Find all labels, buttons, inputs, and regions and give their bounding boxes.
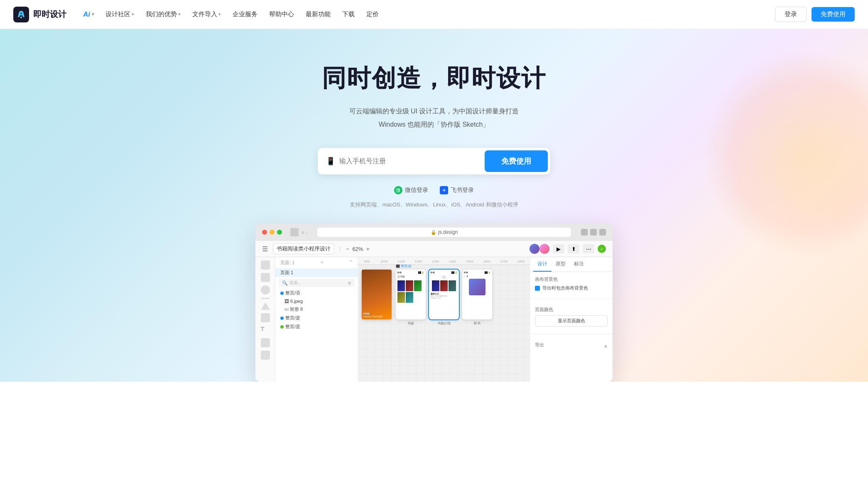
layer-item-4[interactable]: 整页/是: [275, 322, 358, 331]
toolbar-share-button[interactable]: ⬆: [568, 244, 579, 253]
detail-book-1: [432, 280, 439, 291]
zoom-control[interactable]: − 62% +: [346, 246, 369, 252]
mobile-time-3: 9:41: [464, 271, 468, 274]
tab-design[interactable]: 设计: [533, 257, 552, 272]
ellipse-icon[interactable]: [261, 285, 270, 294]
feishu-login-button[interactable]: ✈ 飞书登录: [440, 186, 474, 194]
nav-item-download[interactable]: 下载: [337, 8, 360, 21]
nav-item-import[interactable]: 文件导入 ▾: [187, 8, 226, 21]
hero-subtitle-line1: 可云端编辑的专业级 UI 设计工具，为中国设计师量身打造: [349, 108, 519, 115]
wechat-login-label: 微信登录: [405, 187, 428, 194]
mobile-frames-row: 9:41 ▉▊🔋 云书架: [396, 270, 492, 319]
mobile-content-1: 云书架: [397, 275, 424, 303]
layers-search[interactable]: 🔍 搜索... ⚙: [279, 279, 355, 287]
nav-enterprise-label: 企业服务: [233, 10, 257, 18]
left-sidebar: T: [255, 257, 275, 382]
image-icon[interactable]: [261, 338, 270, 347]
tab-annotation[interactable]: 标注: [570, 257, 588, 272]
search-placeholder: 搜索...: [289, 280, 301, 286]
layer-dot-icon: [280, 292, 284, 295]
share-icon[interactable]: [581, 229, 588, 236]
logo-text: 即时设计: [33, 9, 66, 20]
page-item-1[interactable]: 页面 1: [275, 268, 358, 277]
mobile-frame-2[interactable]: 9:41 ▉▊🔋 🔍: [429, 270, 459, 319]
ruler-tick-900: 900: [358, 260, 375, 263]
wechat-login-button[interactable]: 微 微信登录: [394, 186, 428, 194]
forward-icon[interactable]: ›: [306, 229, 308, 236]
status-badge: ✓: [598, 245, 606, 253]
canvas-ruler: 900 1000 1100 1200 1300 1400 1500 1600 1…: [358, 257, 530, 265]
url-bar[interactable]: 🔒 js.design: [317, 228, 571, 237]
project-name[interactable]: 书籍阅读类小程序设计: [273, 243, 334, 254]
export-add-icon[interactable]: +: [604, 343, 608, 350]
canvas-frame-1: FIRE WHERE A WONDER: [362, 270, 392, 377]
logo-area[interactable]: 即时设计: [13, 7, 66, 22]
mobile-detail-books: [431, 280, 457, 291]
triangle-icon[interactable]: [261, 302, 270, 310]
nav-item-enterprise[interactable]: 企业服务: [228, 8, 262, 21]
zoom-out-icon[interactable]: −: [346, 246, 349, 252]
app-titlebar: ‹ › 🔒 js.design: [255, 223, 613, 241]
checkbox-icon[interactable]: [535, 286, 540, 291]
detail-book-2: [440, 280, 448, 291]
add-page-icon[interactable]: +: [321, 260, 323, 266]
layer-item-1[interactable]: 🖼 6.jpeg: [275, 297, 358, 305]
add-tab-icon[interactable]: [590, 229, 597, 236]
page-label-top: ⬛ 整页/是: [396, 265, 412, 268]
hero-title: 同时创造，即时设计: [322, 62, 546, 95]
free-use-button[interactable]: 免费使用: [812, 7, 855, 22]
advantages-chevron-icon: ▾: [178, 12, 181, 17]
page-color-button[interactable]: 显示页面颜色: [535, 315, 608, 326]
tab-list-icon[interactable]: [599, 229, 606, 236]
book-extra: 长篇科幻小说: [431, 297, 457, 299]
titlebar-actions: [581, 229, 606, 236]
frame-icon[interactable]: [261, 273, 270, 282]
maximize-button[interactable]: [277, 230, 282, 235]
line-icon[interactable]: [261, 298, 270, 299]
hamburger-icon[interactable]: ☰: [262, 245, 268, 253]
sidebar-toggle-icon[interactable]: [290, 228, 299, 236]
expand-icon[interactable]: ⌃: [349, 260, 353, 266]
nav-item-pricing[interactable]: 定价: [361, 8, 384, 21]
toolbar-more-button[interactable]: ⋯: [583, 244, 594, 253]
layer-item-2[interactable]: ▭ 矩形 8: [275, 305, 358, 314]
layer-item-3[interactable]: 整页/是: [275, 314, 358, 322]
url-text: js.design: [438, 229, 458, 235]
book-poster: FIRE WHERE A WONDER: [362, 270, 392, 319]
nav-features-label: 最新功能: [306, 10, 331, 18]
phone-icon: 📱: [326, 157, 335, 166]
nav-right: 登录 免费使用: [775, 7, 855, 22]
titlebar-nav: ‹ ›: [302, 229, 307, 236]
text-icon[interactable]: T: [261, 326, 270, 335]
zoom-in-icon[interactable]: +: [366, 246, 370, 252]
back-icon[interactable]: ‹: [302, 229, 304, 236]
cursor-icon[interactable]: [261, 260, 270, 270]
book-thumb-4: [397, 292, 405, 303]
phone-input[interactable]: [339, 157, 485, 165]
nav-item-community[interactable]: 设计社区 ▾: [101, 8, 139, 21]
tab-prototype[interactable]: 原型: [552, 257, 570, 272]
nav-item-help[interactable]: 帮助中心: [264, 8, 299, 21]
hero-platforms: 支持网页端、macOS、Windows、Linux、iOS、Android 和微…: [350, 201, 518, 209]
book-thumb-3: [414, 280, 422, 291]
nav-pricing-label: 定价: [366, 10, 379, 18]
poster-subtitle: WHERE A WONDER: [363, 315, 390, 318]
nav-item-features[interactable]: 最新功能: [301, 8, 336, 21]
layer-item-0[interactable]: 整页/否: [275, 289, 358, 297]
nav-item-ai[interactable]: Ai ▾: [78, 8, 99, 21]
layers-header: 页面: 1 + ⌃: [275, 257, 358, 268]
detail-book-3: [449, 280, 456, 291]
hero-cta-button[interactable]: 免费使用: [485, 150, 548, 172]
frame-labels: 书架 书籍介绍 听书: [396, 321, 492, 326]
toolbar-play-button[interactable]: ▶: [553, 244, 564, 253]
layer-dot-3-icon: [280, 317, 284, 320]
nav-item-advantages[interactable]: 我们的优势 ▾: [141, 8, 186, 21]
minimize-button[interactable]: [270, 230, 275, 235]
close-button[interactable]: [262, 230, 267, 235]
frame-label-2: 书籍介绍: [429, 321, 459, 326]
component-icon[interactable]: [261, 351, 270, 360]
login-button[interactable]: 登录: [775, 7, 807, 22]
pen-icon[interactable]: [261, 313, 270, 322]
page-label: 页面: 1: [280, 260, 294, 266]
canvas-content: FIRE WHERE A WONDER ⬛ 整页/是: [358, 265, 530, 382]
